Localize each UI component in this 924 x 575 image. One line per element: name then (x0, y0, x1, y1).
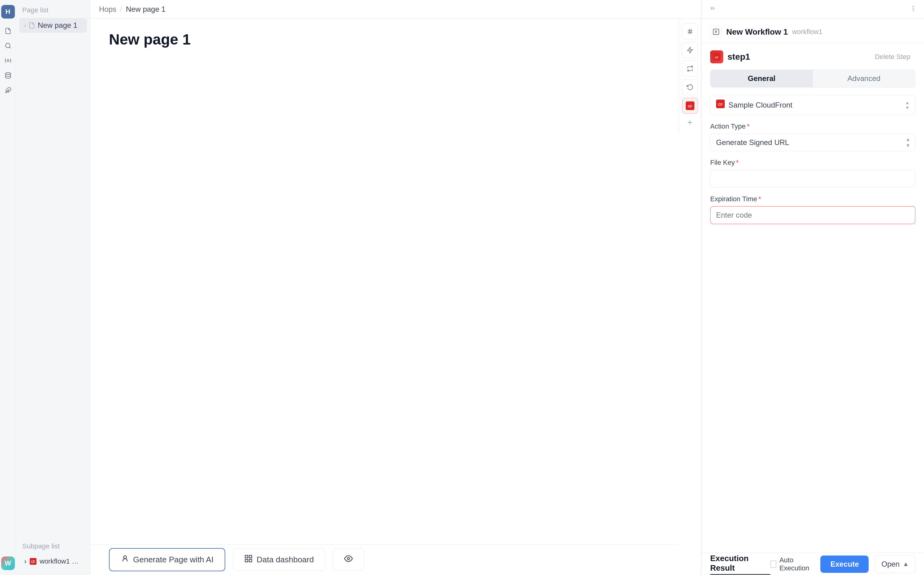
lightning-toolbar-btn[interactable] (682, 42, 698, 58)
workflow-name: New Workflow 1 (726, 27, 788, 37)
main-canvas: Hops / New page 1 New page 1 CF + (90, 0, 701, 575)
action-type-arrows-icon: ▲ ▼ (905, 137, 910, 148)
history-toolbar-btn[interactable] (682, 79, 698, 95)
svg-point-23 (913, 10, 913, 11)
dashboard-button-icon (244, 554, 253, 565)
step-icon: CF (710, 51, 723, 64)
sidebar-item-puzzle[interactable] (2, 84, 14, 97)
page-chevron-icon: › (24, 22, 26, 29)
svg-rect-18 (245, 559, 248, 562)
breadcrumb-current: New page 1 (126, 5, 166, 14)
canvas-topbar: Hops / New page 1 (90, 0, 701, 19)
svg-text:CF: CF (715, 56, 718, 59)
checkbox-box (770, 561, 776, 568)
breadcrumb-parent[interactable]: Hops (99, 5, 116, 14)
svg-point-21 (913, 6, 913, 6)
svg-point-0 (5, 43, 10, 48)
file-key-input[interactable] (710, 170, 915, 187)
hashtag-toolbar-btn[interactable] (682, 24, 698, 40)
file-key-required: * (736, 159, 739, 166)
page-document-icon (29, 22, 35, 29)
execution-result-bar: Execution Result Auto Execution Execute … (701, 553, 924, 575)
svg-point-22 (913, 8, 913, 9)
ai-button-icon (121, 554, 129, 565)
svg-rect-19 (249, 559, 252, 562)
sidebar-item-document[interactable] (2, 25, 14, 37)
step-header: CF step1 Delete Step (710, 51, 915, 64)
third-bottom-button[interactable] (333, 548, 364, 571)
execute-button[interactable]: Execute (820, 556, 868, 573)
connection-field: CF Sample CloudFront ▲ ▼ (710, 95, 915, 115)
svg-text:CF: CF (31, 560, 35, 564)
page-title: New page 1 (109, 31, 682, 48)
workflow-panel: New Workflow 1 workflow1 CF step1 Delete… (701, 0, 924, 575)
svg-point-3 (5, 73, 11, 75)
action-type-field: Action Type* Generate Signed URL ▲ ▼ (710, 122, 915, 151)
subpage-chevron-icon: › (24, 557, 27, 566)
step-section: CF step1 Delete Step General Advanced CF (701, 43, 924, 553)
step-title: CF step1 (710, 51, 750, 64)
expiration-time-label: Expiration Time* (710, 195, 915, 203)
workflow-topbar (701, 0, 924, 19)
workflow-topbar-left (709, 5, 716, 14)
generate-ai-label: Generate Page with AI (133, 555, 213, 564)
sidebar-item-search[interactable] (2, 40, 14, 52)
svg-line-11 (690, 29, 691, 34)
page-list-item[interactable]: › New page 1 (19, 18, 87, 33)
action-type-required: * (747, 122, 750, 130)
exec-result-right: Auto Execution Execute Open ▲ (770, 555, 915, 573)
sidebar-item-database[interactable] (2, 69, 14, 82)
tab-advanced[interactable]: Advanced (813, 70, 915, 87)
expiration-time-required: * (758, 195, 761, 203)
tab-general[interactable]: General (711, 70, 813, 87)
left-sidebar: H W (0, 0, 16, 575)
generate-ai-button[interactable]: Generate Page with AI (109, 548, 225, 571)
svg-point-2 (7, 60, 9, 62)
action-type-select-wrapper: Generate Signed URL ▲ ▼ (710, 133, 915, 151)
transfer-toolbar-btn[interactable] (682, 60, 698, 77)
canvas-content: New page 1 (90, 19, 701, 575)
connection-select[interactable]: CF Sample CloudFront ▲ ▼ (710, 95, 915, 115)
auto-execution-checkbox[interactable]: Auto Execution (770, 556, 814, 572)
execution-result-label: Execution Result (710, 554, 770, 575)
open-button[interactable]: Open ▲ (875, 555, 915, 573)
subpage-cf-icon: CF (29, 558, 37, 565)
expiration-time-input[interactable] (710, 206, 915, 224)
workflow-header-icon (710, 26, 722, 38)
svg-marker-12 (687, 47, 693, 53)
canvas-bottom-bar: Generate Page with AI Data dashboard (90, 544, 679, 575)
data-dashboard-button[interactable]: Data dashboard (233, 548, 325, 571)
svg-text:CF: CF (718, 103, 723, 106)
step-name: step1 (728, 52, 750, 62)
bottom-logo[interactable]: W (1, 556, 15, 570)
connection-label: Sample CloudFront (728, 101, 902, 110)
add-toolbar-btn[interactable]: + (684, 116, 696, 129)
cloudfront-toolbar-btn[interactable]: CF (682, 98, 698, 114)
svg-rect-16 (245, 556, 248, 558)
breadcrumb-separator: / (120, 5, 122, 14)
third-button-icon (344, 554, 353, 565)
open-button-label: Open (881, 560, 900, 569)
delete-step-button[interactable]: Delete Step (870, 51, 915, 64)
app-logo[interactable]: H (1, 5, 15, 19)
cloudfront-connection-icon: CF (716, 100, 725, 110)
workflow-id: workflow1 (792, 28, 822, 36)
page-list-panel: Page list › New page 1 Subpage list › CF… (16, 0, 90, 575)
subpage-item-label: workflow1 (New ... (40, 558, 80, 565)
file-key-field: File Key* (710, 159, 915, 187)
action-type-select[interactable]: Generate Signed URL (710, 133, 915, 151)
subpage-list-title: Subpage list (16, 542, 90, 554)
tabs-container: General Advanced (710, 70, 915, 87)
open-btn-chevron-icon: ▲ (903, 561, 909, 567)
subpage-list-item[interactable]: › CF workflow1 (New ... (19, 554, 87, 569)
workflow-header: New Workflow 1 workflow1 (701, 19, 924, 43)
auto-execution-label: Auto Execution (779, 556, 814, 572)
svg-line-10 (689, 29, 690, 34)
expand-icon[interactable] (709, 5, 716, 14)
svg-text:CF: CF (688, 105, 693, 108)
canvas-right-toolbar: CF + (679, 19, 701, 133)
subpage-list-section: Subpage list › CF workflow1 (New ... (16, 536, 90, 569)
more-options-icon[interactable] (910, 5, 916, 14)
sidebar-item-settings[interactable] (2, 54, 14, 67)
page-list-title: Page list (16, 6, 90, 18)
